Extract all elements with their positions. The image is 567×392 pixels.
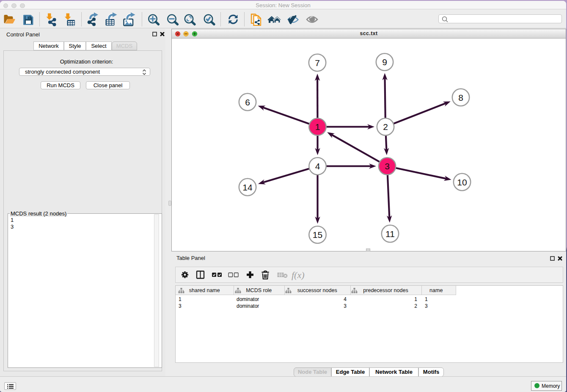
svg-text:8: 8 [458,93,463,102]
svg-text:11: 11 [385,229,395,239]
svg-text:15: 15 [313,230,322,240]
svg-text:10: 10 [457,177,467,187]
svg-text:2: 2 [383,122,388,132]
svg-text:9: 9 [382,57,387,67]
svg-text:f(x): f(x) [292,270,305,280]
svg-text:7: 7 [315,58,320,68]
svg-text:14: 14 [242,182,253,192]
svg-text:1: 1 [315,122,320,132]
svg-text:6: 6 [245,97,250,107]
svg-text:3: 3 [385,161,390,171]
svg-text:4: 4 [315,161,320,171]
